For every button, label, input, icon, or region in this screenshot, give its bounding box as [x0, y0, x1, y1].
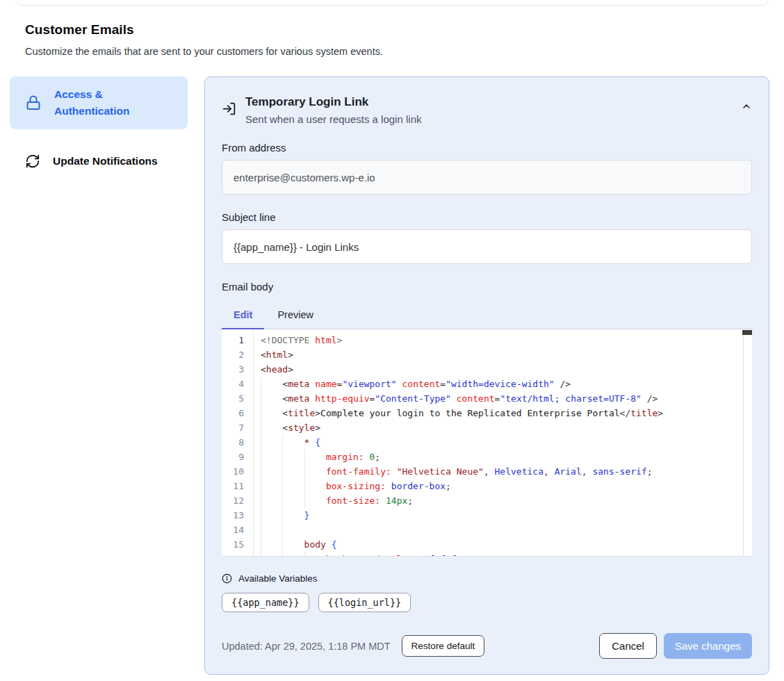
line-number: 2	[222, 347, 244, 362]
line-number: 16	[222, 552, 244, 557]
indent-guide	[261, 537, 282, 552]
sidebar-item-update-notifications[interactable]: Update Notifications	[10, 143, 188, 179]
indent-guide	[282, 552, 304, 556]
code-line[interactable]: * {	[261, 435, 742, 450]
page-header: Customer Emails Customize the emails tha…	[0, 0, 784, 57]
previous-card-edge	[15, 0, 769, 6]
sidebar-item-label: Access & Authentication	[54, 86, 162, 120]
code-line[interactable]: font-size: 14px;	[261, 493, 742, 508]
line-number: 14	[222, 523, 244, 537]
indent-guide	[282, 537, 304, 552]
line-number: 3	[222, 362, 244, 377]
code-line[interactable]: box-sizing: border-box;	[261, 479, 742, 493]
code-line[interactable]: background-color: #f6f6f6;	[261, 552, 742, 556]
code-editor[interactable]: 12345678910111213141516 <!DOCTYPE html><…	[222, 329, 752, 557]
lock-icon	[25, 95, 42, 111]
code-line[interactable]: <style>	[261, 420, 742, 435]
from-address-input	[222, 160, 752, 195]
line-number: 8	[222, 435, 244, 450]
line-number: 11	[222, 479, 244, 493]
refresh-icon	[25, 154, 40, 169]
tab-preview[interactable]: Preview	[277, 305, 313, 329]
line-number: 5	[222, 391, 244, 406]
updated-timestamp: Updated: Apr 29, 2025, 1:18 PM MDT	[222, 641, 391, 652]
indent-guide	[261, 391, 282, 406]
from-address-label: From address	[222, 142, 752, 154]
email-body-label: Email body	[222, 281, 752, 293]
indent-guide	[261, 464, 282, 479]
code-line[interactable]: }	[261, 508, 742, 523]
login-icon	[222, 101, 236, 116]
cancel-button[interactable]: Cancel	[599, 633, 657, 659]
indent-guide	[261, 552, 282, 556]
page-subtitle: Customize the emails that are sent to yo…	[25, 46, 759, 57]
code-line[interactable]: <head>	[261, 362, 742, 377]
sidebar-item-access-authentication[interactable]: Access & Authentication	[10, 76, 188, 129]
indent-guide	[304, 493, 326, 508]
indent-guide	[304, 479, 326, 493]
indent-guide	[261, 479, 282, 493]
editor-scrollbar[interactable]	[743, 329, 752, 556]
indent-guide	[304, 552, 326, 556]
indent-guide	[261, 523, 282, 537]
scrollbar-thumb[interactable]	[742, 330, 752, 335]
panel-title: Temporary Login Link	[245, 95, 732, 109]
restore-default-button[interactable]: Restore default	[402, 635, 485, 657]
code-line[interactable]: <!DOCTYPE html>	[261, 333, 742, 347]
indent-guide	[282, 450, 304, 464]
sidebar: Access & Authentication Update Notificat…	[10, 76, 188, 179]
indent-guide	[261, 493, 282, 508]
line-number: 4	[222, 377, 244, 391]
variable-chips: {{app_name}} {{login_url}}	[222, 593, 752, 612]
available-variables-label: Available Variables	[238, 573, 318, 584]
line-number: 15	[222, 537, 244, 552]
save-changes-button[interactable]: Save changes	[664, 633, 752, 659]
code-line[interactable]: <title>Complete your login to the Replic…	[261, 406, 742, 420]
indent-guide	[282, 523, 304, 537]
line-number: 9	[222, 450, 244, 464]
indent-guide	[261, 420, 282, 435]
subject-line-label: Subject line	[222, 211, 752, 223]
indent-guide	[282, 479, 304, 493]
indent-guide	[261, 450, 282, 464]
indent-guide	[304, 464, 326, 479]
variable-chip-app-name[interactable]: {{app_name}}	[222, 593, 309, 612]
subject-line-input[interactable]	[222, 229, 752, 264]
code-line[interactable]	[261, 523, 742, 537]
sidebar-item-label: Update Notifications	[53, 153, 158, 170]
tab-edit[interactable]: Edit	[234, 305, 252, 329]
code-line[interactable]: font-family: "Helvetica Neue", Helvetica…	[261, 464, 742, 479]
indent-guide	[282, 508, 304, 523]
code-line[interactable]: <meta http-equiv="Content-Type" content=…	[261, 391, 742, 406]
page-title: Customer Emails	[25, 22, 759, 38]
email-body-tabs: Edit Preview	[222, 305, 752, 329]
indent-guide	[282, 435, 304, 450]
panel-subtitle: Sent when a user requests a login link	[245, 113, 732, 125]
indent-guide	[261, 508, 282, 523]
line-number: 10	[222, 464, 244, 479]
chevron-up-icon[interactable]	[741, 101, 752, 112]
code-line[interactable]: margin: 0;	[261, 450, 742, 464]
indent-guide	[261, 377, 282, 391]
variable-chip-login-url[interactable]: {{login_url}}	[318, 593, 411, 612]
line-number: 13	[222, 508, 244, 523]
indent-guide	[282, 464, 304, 479]
indent-guide	[261, 406, 282, 420]
info-icon	[222, 573, 232, 584]
code-line[interactable]: <html>	[261, 347, 742, 362]
email-panel: Temporary Login Link Sent when a user re…	[204, 76, 769, 675]
indent-guide	[261, 435, 282, 450]
indent-guide	[304, 450, 326, 464]
line-number: 7	[222, 420, 244, 435]
line-number-gutter: 12345678910111213141516	[222, 329, 254, 556]
line-number: 12	[222, 493, 244, 508]
line-number: 6	[222, 406, 244, 420]
indent-guide	[282, 493, 304, 508]
code-line[interactable]: <meta name="viewport" content="width=dev…	[261, 377, 742, 391]
code-line[interactable]: body {	[261, 537, 742, 552]
line-number: 1	[222, 333, 244, 347]
